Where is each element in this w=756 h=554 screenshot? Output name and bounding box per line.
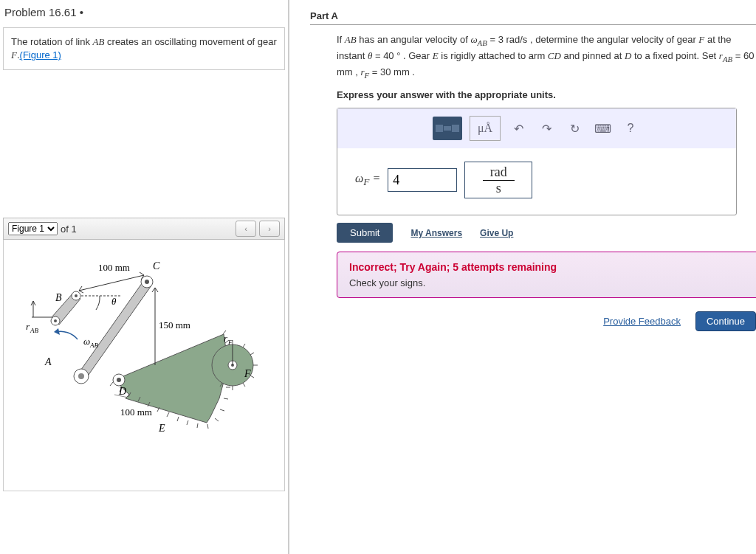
svg-line-13 — [224, 398, 228, 399]
svg-line-44 — [140, 272, 144, 275]
redo-button[interactable]: ↷ — [536, 118, 557, 139]
svg-text:100 mm: 100 mm — [120, 406, 152, 418]
svg-line-10 — [207, 424, 208, 429]
svg-text:B: B — [55, 292, 62, 303]
figure-next-button[interactable]: › — [259, 221, 280, 237]
units-button[interactable]: μÅ — [470, 116, 501, 141]
answer-toolbar: μÅ ↶ ↷ ↻ ⌨ ? — [337, 108, 736, 148]
feedback-title: Incorrect; Try Again; 5 attempts remaini… — [349, 261, 748, 273]
provide-feedback-link[interactable]: Provide Feedback — [603, 316, 681, 327]
svg-text:AB: AB — [89, 342, 98, 349]
give-up-link[interactable]: Give Up — [480, 228, 513, 238]
svg-text:F: F — [244, 368, 251, 379]
svg-line-6 — [167, 412, 169, 417]
svg-point-34 — [75, 294, 78, 297]
svg-text:100 mm: 100 mm — [98, 262, 130, 273]
svg-text:C: C — [153, 260, 160, 271]
svg-line-7 — [177, 417, 179, 421]
svg-marker-58 — [54, 328, 60, 335]
figure-select[interactable]: Figure 1 — [8, 222, 58, 235]
continue-button[interactable]: Continue — [695, 311, 756, 331]
svg-line-26 — [243, 383, 245, 387]
part-title: Part A — [304, 0, 756, 24]
svg-text:θ: θ — [111, 296, 117, 307]
undo-button[interactable]: ↶ — [508, 118, 529, 139]
instruction: Express your answer with the appropriate… — [304, 80, 756, 108]
svg-text:E: E — [158, 423, 165, 434]
submit-button[interactable]: Submit — [337, 223, 393, 243]
svg-line-48 — [152, 288, 155, 292]
keyboard-button[interactable]: ⌨ — [592, 118, 613, 139]
figure-prev-button[interactable]: ‹ — [236, 221, 256, 237]
svg-line-9 — [197, 423, 198, 428]
svg-line-8 — [187, 420, 188, 425]
answer-box: μÅ ↶ ↷ ↻ ⌨ ? ωF = rad s — [337, 108, 737, 215]
svg-text:ω: ω — [83, 336, 90, 347]
svg-text:D: D — [118, 386, 126, 397]
problem-description: The rotation of link AB creates an oscil… — [3, 27, 285, 70]
svg-line-0 — [110, 382, 113, 386]
help-button[interactable]: ? — [620, 118, 641, 139]
problem-title: Problem 16.61 • — [0, 0, 288, 27]
svg-line-25 — [250, 375, 254, 378]
template-button[interactable] — [433, 117, 462, 140]
answer-input[interactable] — [388, 168, 457, 192]
svg-line-22 — [243, 344, 245, 347]
svg-line-43 — [79, 291, 83, 293]
feedback-hint: Check your signs. — [349, 277, 748, 288]
my-answers-link[interactable]: My Answers — [410, 228, 462, 238]
svg-point-40 — [145, 280, 149, 284]
feedback-box: Incorrect; Try Again; 5 attempts remaini… — [337, 252, 756, 298]
reset-button[interactable]: ↻ — [564, 118, 585, 139]
svg-line-11 — [215, 418, 219, 421]
figure-area: 100 mm 150 mm 100 mm rAB ωAB rF θ A B C … — [3, 240, 285, 491]
svg-line-49 — [155, 288, 158, 292]
figure-count: of 1 — [61, 224, 77, 235]
svg-text:A: A — [44, 356, 52, 367]
svg-point-38 — [117, 378, 121, 382]
svg-line-23 — [250, 353, 254, 355]
svg-text:AB: AB — [30, 327, 38, 334]
svg-line-12 — [220, 409, 224, 411]
svg-point-36 — [78, 373, 84, 379]
figure-link[interactable]: (Figure 1) — [20, 49, 61, 60]
svg-text:150 mm: 150 mm — [159, 319, 190, 330]
svg-text:F: F — [227, 339, 233, 346]
svg-point-32 — [54, 319, 57, 322]
unit-box[interactable]: rad s — [464, 162, 532, 198]
question-text: If AB has an angular velocity of ωAB = 3… — [304, 32, 756, 80]
answer-label: ωF = — [355, 172, 380, 188]
figure-toolbar: Figure 1 of 1 ‹ › — [3, 218, 285, 240]
svg-line-41 — [79, 275, 144, 291]
